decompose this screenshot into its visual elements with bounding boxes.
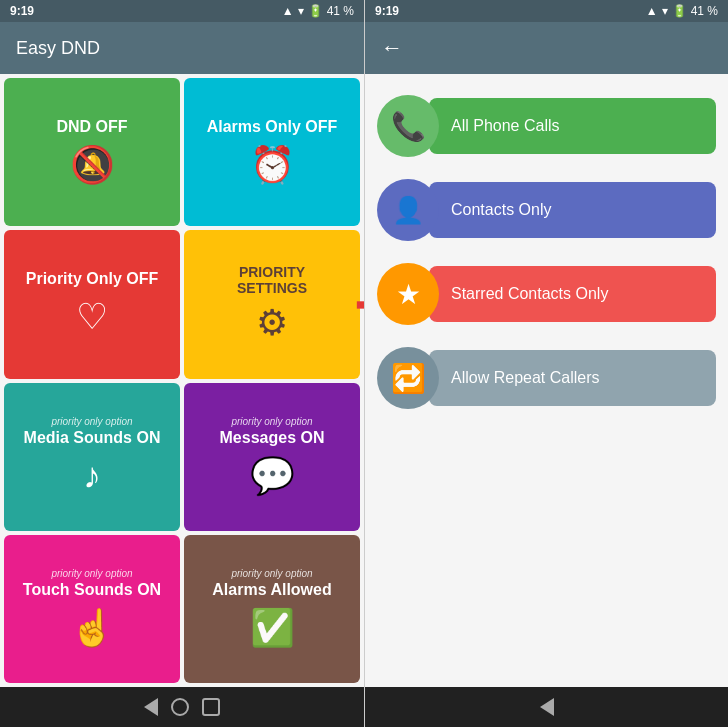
- all-phone-calls-label-box: All Phone Calls: [429, 98, 716, 154]
- starred-contacts-label-box: Starred Contacts Only: [429, 266, 716, 322]
- priority-only-icon: ♡: [76, 296, 108, 338]
- touch-sounds-small-label: priority only option: [51, 568, 132, 579]
- messages-label: Messages ON: [220, 429, 325, 447]
- media-sounds-icon: ♪: [83, 455, 101, 497]
- starred-contacts-row[interactable]: ★ Starred Contacts Only: [377, 258, 716, 330]
- right-signal-icon: ▲: [646, 4, 658, 18]
- right-panel: 9:19 ▲ ▾ 🔋 41 % ← 📞 All Phone Calls: [364, 0, 728, 727]
- starred-contacts-icon-circle: ★: [377, 263, 439, 325]
- repeat-callers-label: Allow Repeat Callers: [451, 369, 600, 387]
- alarms-allowed-label: Alarms Allowed: [212, 581, 331, 599]
- media-sounds-tile[interactable]: priority only option Media Sounds ON ♪: [4, 383, 180, 531]
- alarms-allowed-icon: ✅: [250, 607, 295, 649]
- repeat-icon: 🔁: [391, 362, 426, 395]
- right-bottom-nav: [365, 687, 728, 727]
- media-sounds-label: Media Sounds ON: [24, 429, 161, 447]
- contacts-only-label: Contacts Only: [451, 201, 551, 219]
- right-battery-percent: 41 %: [691, 4, 718, 18]
- battery-percent: 41 %: [327, 4, 354, 18]
- signal-icon: ▲: [282, 4, 294, 18]
- right-back-nav-icon[interactable]: [540, 698, 554, 716]
- alarms-only-label: Alarms Only OFF: [207, 118, 338, 136]
- dnd-off-label: DND OFF: [56, 118, 127, 136]
- app-title: Easy DND: [16, 38, 100, 59]
- messages-icon: 💬: [250, 455, 295, 497]
- priority-only-label: Priority Only OFF: [26, 270, 158, 288]
- contacts-only-label-box: Contacts Only: [429, 182, 716, 238]
- left-time: 9:19: [10, 4, 34, 18]
- repeat-callers-label-box: Allow Repeat Callers: [429, 350, 716, 406]
- contacts-only-icon-circle: 👤: [377, 179, 439, 241]
- right-back-icon[interactable]: ←: [381, 35, 403, 61]
- left-bottom-nav: [0, 687, 364, 727]
- left-panel: 9:19 ▲ ▾ 🔋 41 % Easy DND DND OFF 🔕 Alarm…: [0, 0, 364, 727]
- priority-settings-tile[interactable]: PRIORITYSETTINGS ⚙ ➡: [184, 230, 360, 378]
- star-icon: ★: [396, 278, 421, 311]
- wifi-icon: ▾: [298, 4, 304, 18]
- priority-settings-icon: ⚙: [256, 302, 288, 344]
- contacts-icon: 👤: [392, 195, 424, 226]
- phone-icon: 📞: [391, 110, 426, 143]
- alarms-only-icon: ⏰: [250, 144, 295, 186]
- touch-sounds-tile[interactable]: priority only option Touch Sounds ON ☝: [4, 535, 180, 683]
- touch-sounds-icon: ☝: [70, 607, 115, 649]
- contacts-only-row[interactable]: 👤 Contacts Only: [377, 174, 716, 246]
- alarms-only-tile[interactable]: Alarms Only OFF ⏰: [184, 78, 360, 226]
- messages-tile[interactable]: priority only option Messages ON 💬: [184, 383, 360, 531]
- right-status-icons: ▲ ▾ 🔋 41 %: [646, 4, 718, 18]
- starred-contacts-label: Starred Contacts Only: [451, 285, 608, 303]
- priority-only-tile[interactable]: Priority Only OFF ♡: [4, 230, 180, 378]
- all-phone-calls-row[interactable]: 📞 All Phone Calls: [377, 90, 716, 162]
- left-main: Easy DND DND OFF 🔕 Alarms Only OFF ⏰ Pri…: [0, 22, 364, 687]
- home-nav-icon[interactable]: [171, 698, 189, 716]
- tile-grid: DND OFF 🔕 Alarms Only OFF ⏰ Priority Onl…: [0, 74, 364, 687]
- alarms-allowed-tile[interactable]: priority only option Alarms Allowed ✅: [184, 535, 360, 683]
- left-app-header: Easy DND: [0, 22, 364, 74]
- right-wifi-icon: ▾: [662, 4, 668, 18]
- right-status-bar: 9:19 ▲ ▾ 🔋 41 %: [365, 0, 728, 22]
- repeat-callers-icon-circle: 🔁: [377, 347, 439, 409]
- alarms-allowed-small-label: priority only option: [231, 568, 312, 579]
- battery-icon: 🔋: [308, 4, 323, 18]
- media-sounds-small-label: priority only option: [51, 416, 132, 427]
- right-app-header: ←: [365, 22, 728, 74]
- right-battery-icon: 🔋: [672, 4, 687, 18]
- back-nav-icon[interactable]: [144, 698, 158, 716]
- all-phone-calls-label: All Phone Calls: [451, 117, 560, 135]
- right-time: 9:19: [375, 4, 399, 18]
- left-status-icons: ▲ ▾ 🔋 41 %: [282, 4, 354, 18]
- messages-small-label: priority only option: [231, 416, 312, 427]
- recent-nav-icon[interactable]: [202, 698, 220, 716]
- priority-settings-label: PRIORITYSETTINGS: [237, 264, 307, 296]
- dnd-off-icon: 🔕: [70, 144, 115, 186]
- right-main: ← 📞 All Phone Calls 👤 Contacts Only: [365, 22, 728, 687]
- dnd-off-tile[interactable]: DND OFF 🔕: [4, 78, 180, 226]
- left-status-bar: 9:19 ▲ ▾ 🔋 41 %: [0, 0, 364, 22]
- repeat-callers-row[interactable]: 🔁 Allow Repeat Callers: [377, 342, 716, 414]
- options-list: 📞 All Phone Calls 👤 Contacts Only ★: [365, 74, 728, 687]
- all-phone-calls-icon-circle: 📞: [377, 95, 439, 157]
- arrow-overlay: ➡: [355, 285, 364, 323]
- touch-sounds-label: Touch Sounds ON: [23, 581, 161, 599]
